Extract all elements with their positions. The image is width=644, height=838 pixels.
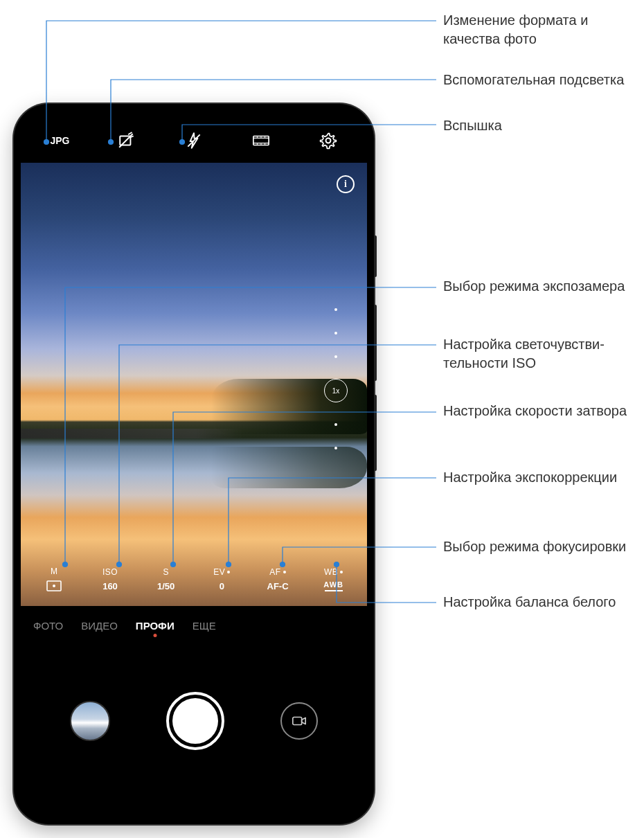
pro-shutter[interactable]: S 1/50 (138, 567, 194, 591)
zoom-dot (334, 355, 337, 358)
info-button[interactable]: i (337, 175, 355, 193)
callout-format: Изменение формата и качества фото (443, 11, 644, 48)
screen: JPG (21, 111, 367, 817)
settings-button[interactable] (294, 132, 361, 150)
zoom-dot (334, 447, 337, 449)
filmstrip-icon (252, 132, 270, 150)
scene-reflection (211, 447, 367, 488)
callout-ev: Настройка экспокоррекции (443, 468, 644, 487)
pro-shutter-value: 1/50 (157, 581, 175, 591)
pro-iso-value: 160 (102, 581, 118, 591)
scene-pier (21, 429, 242, 438)
phone-frame: JPG (14, 104, 374, 824)
pro-wb[interactable]: WB AWB (305, 567, 361, 591)
mode-video[interactable]: ВИДЕО (81, 620, 118, 632)
side-button-vol-down (374, 395, 377, 471)
pro-param-bar: M ISO 160 S 1/50 EV 0 (21, 556, 367, 606)
zoom-dot (334, 308, 337, 311)
callout-wb: Настройка баланса белого (443, 593, 644, 612)
zoom-dot (334, 423, 337, 426)
shutter-inner (172, 698, 218, 744)
pro-metering-label: M (51, 567, 58, 576)
camera-top-bar: JPG (21, 111, 367, 163)
side-button-power (374, 235, 377, 277)
pro-wb-label: WB (324, 567, 343, 577)
flash-button[interactable] (161, 132, 228, 150)
callout-iso: Настройка светочувстви­тельности ISO (443, 335, 644, 373)
pro-ev-value: 0 (220, 581, 224, 591)
switch-camera-button[interactable] (280, 702, 318, 740)
matrix-metering-icon (46, 580, 62, 591)
mode-strip[interactable]: ФОТО ВИДЕО ПРОФИ ЕЩЕ (21, 606, 367, 645)
pro-metering[interactable]: M (26, 567, 82, 591)
pro-ev-label: EV (213, 567, 230, 577)
gallery-button[interactable] (70, 701, 110, 741)
svg-point-14 (53, 585, 55, 587)
gear-icon (319, 132, 337, 150)
format-label: JPG (50, 135, 69, 146)
zoom-indicator[interactable]: 1x (324, 379, 348, 402)
svg-rect-15 (293, 717, 302, 724)
callout-assist: Вспомогательная подсветка (443, 71, 644, 89)
pro-iso[interactable]: ISO 160 (82, 567, 138, 591)
level-button[interactable] (227, 132, 294, 150)
assist-light-button[interactable] (93, 132, 161, 150)
pro-ev[interactable]: EV 0 (194, 567, 250, 591)
format-button[interactable]: JPG (26, 135, 93, 146)
mode-more[interactable]: ЕЩЕ (193, 620, 216, 632)
zoom-level: 1x (332, 387, 340, 395)
shutter-button[interactable] (166, 692, 224, 750)
callout-metering: Выбор режима экспозамера (443, 277, 644, 296)
mode-photo[interactable]: ФОТО (33, 620, 63, 632)
svg-point-12 (325, 138, 330, 143)
viewfinder[interactable]: i 1x M (21, 163, 367, 606)
pro-shutter-label: S (163, 567, 169, 577)
video-icon (292, 713, 307, 729)
bottom-bar (21, 645, 367, 817)
flash-off-icon (185, 132, 203, 150)
zoom-dot (334, 332, 337, 335)
zoom-scale[interactable]: 1x (324, 308, 348, 449)
mode-pro[interactable]: ПРОФИ (136, 620, 175, 632)
pro-af[interactable]: AF AF-C (250, 567, 306, 591)
pro-af-label: AF (269, 567, 285, 577)
pro-af-value: AF-C (267, 581, 289, 591)
assist-light-icon (118, 132, 136, 150)
callout-flash: Вспышка (443, 116, 644, 135)
callout-shutter: Настройка скорости затвора (443, 402, 644, 420)
callout-af: Выбор режима фокусировки (443, 537, 644, 556)
side-button-vol-up (374, 305, 377, 381)
pro-wb-value: AWB (323, 581, 343, 591)
pro-iso-label: ISO (102, 567, 118, 577)
